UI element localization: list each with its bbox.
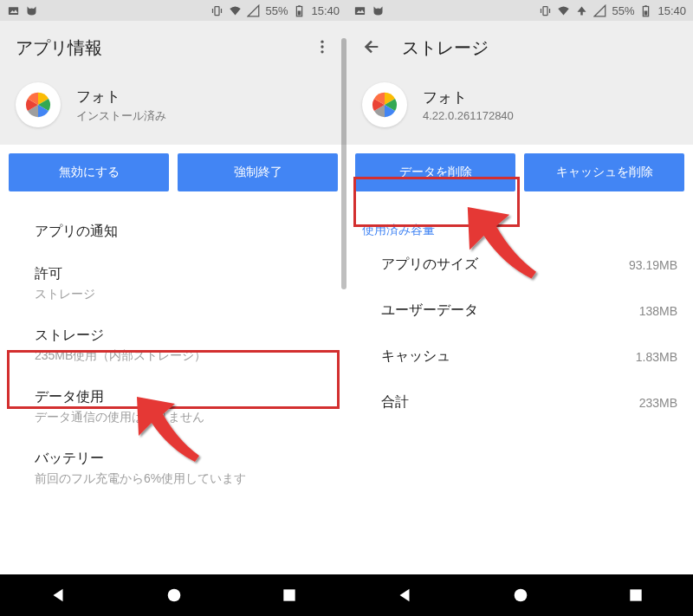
list-item-permissions[interactable]: 許可 ストレージ (0, 253, 346, 314)
nav-bar (346, 574, 693, 616)
page-title: ストレージ (402, 36, 489, 60)
list-item-storage[interactable]: ストレージ 235MB使用（内部ストレージ） (0, 314, 346, 376)
svg-rect-13 (355, 7, 365, 15)
wifi-icon (557, 4, 570, 17)
storage-row-app-size: アプリのサイズ 93.19MB (346, 242, 693, 288)
svg-rect-12 (283, 589, 295, 600)
app-icon (16, 82, 61, 127)
button-row: 無効にする 強制終了 (0, 145, 346, 200)
page-title: アプリ情報 (16, 36, 102, 60)
svg-rect-7 (298, 10, 301, 15)
app-icon (362, 82, 407, 127)
cat-icon (372, 4, 385, 17)
app-name: フォト (76, 87, 166, 107)
storage-row-user-data: ユーザーデータ 138MB (346, 288, 693, 334)
phone-right: 55% 15:40 ストレージ フォト 4.22.0.261172840 データ… (346, 0, 693, 616)
svg-point-9 (321, 45, 323, 48)
cat-icon (25, 4, 38, 17)
app-header-section: フォト インストール済み (0, 77, 346, 145)
svg-point-11 (168, 589, 181, 602)
clear-cache-button[interactable]: キャッシュを削除 (524, 153, 684, 191)
force-stop-button[interactable]: 強制終了 (178, 153, 338, 191)
svg-rect-19 (645, 5, 648, 6)
list-item-notifications[interactable]: アプリの通知 (0, 211, 346, 253)
button-row: データを削除 キャッシュを削除 (346, 145, 693, 200)
battery-icon (293, 4, 306, 17)
nav-home-icon[interactable] (165, 586, 184, 605)
overflow-menu-icon[interactable] (314, 38, 331, 59)
svg-rect-2 (215, 6, 219, 15)
wifi-icon (229, 4, 242, 17)
vibrate-icon (210, 4, 223, 17)
nav-home-icon[interactable] (511, 586, 530, 605)
battery-text: 55% (265, 4, 288, 17)
clear-data-button[interactable]: データを削除 (355, 153, 515, 191)
arrow-up-icon (575, 4, 588, 17)
nav-recent-icon[interactable] (627, 587, 644, 604)
svg-rect-22 (630, 589, 641, 600)
battery-icon (639, 4, 652, 17)
disable-button[interactable]: 無効にする (9, 153, 169, 191)
image-icon (7, 4, 20, 17)
status-bar: 55% 15:40 (0, 0, 346, 21)
app-install-status: インストール済み (76, 108, 166, 124)
list-item-battery[interactable]: バッテリー 前回のフル充電から6%使用しています (0, 438, 346, 499)
vibrate-icon (539, 4, 552, 17)
signal-icon (247, 4, 260, 17)
svg-rect-6 (299, 5, 301, 6)
svg-rect-15 (543, 6, 547, 15)
time-text: 15:40 (657, 4, 686, 17)
svg-point-10 (321, 50, 323, 53)
header: ストレージ (346, 21, 693, 77)
nav-back-icon[interactable] (395, 586, 414, 605)
nav-back-icon[interactable] (49, 586, 68, 605)
app-name: フォト (423, 88, 514, 107)
settings-list: アプリの通知 許可 ストレージ ストレージ 235MB使用（内部ストレージ） デ… (0, 200, 346, 574)
section-label: 使用済み容量 (346, 211, 693, 242)
app-header-section: フォト 4.22.0.261172840 (346, 77, 693, 145)
status-bar: 55% 15:40 (346, 0, 693, 21)
nav-bar (0, 574, 346, 616)
svg-rect-20 (644, 10, 648, 15)
storage-row-total: 合計 233MB (346, 379, 693, 425)
time-text: 15:40 (311, 4, 340, 17)
storage-details: 使用済み容量 アプリのサイズ 93.19MB ユーザーデータ 138MB キャッ… (346, 200, 693, 574)
nav-recent-icon[interactable] (281, 587, 298, 604)
back-icon[interactable] (362, 37, 381, 60)
svg-point-21 (515, 589, 528, 602)
storage-row-cache: キャッシュ 1.83MB (346, 334, 693, 379)
svg-point-8 (321, 40, 323, 42)
phone-left: 55% 15:40 アプリ情報 フォト インストール済み 無効にする 強制終了 (0, 0, 346, 616)
battery-text: 55% (612, 4, 634, 17)
signal-icon (593, 4, 606, 17)
image-icon (353, 4, 366, 17)
svg-rect-0 (9, 7, 18, 15)
list-item-data-usage[interactable]: データ使用 データ通信の使用はありません (0, 376, 346, 438)
app-version: 4.22.0.261172840 (423, 109, 514, 122)
header: アプリ情報 (0, 21, 346, 77)
